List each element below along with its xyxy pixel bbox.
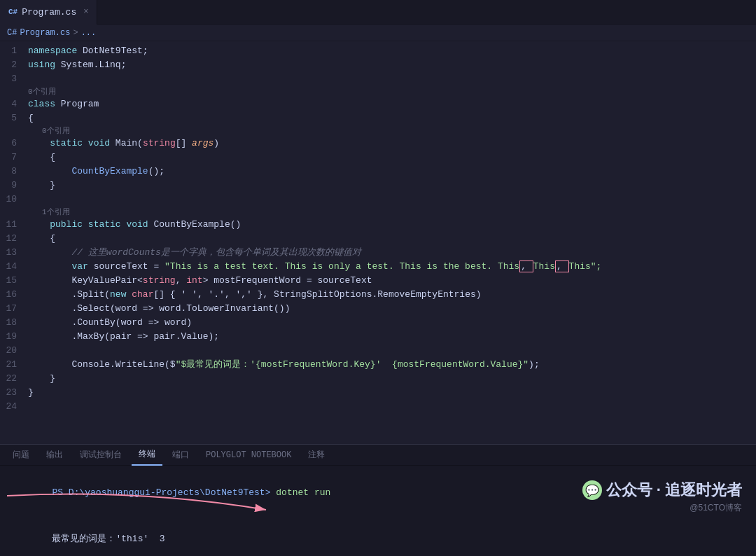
watermark-title: 💬 公众号 · 追逐时光者 (582, 480, 742, 501)
code-line-12: 12 { (0, 232, 756, 246)
tab-filename: Program.cs (22, 7, 76, 18)
code-line-7: 7 { (0, 151, 756, 165)
code-line-8: 8 CountByExample(); (0, 165, 756, 179)
ref-count-main-text: 0个引用 (28, 125, 70, 137)
close-tab-icon[interactable]: × (83, 7, 88, 17)
breadcrumb-lang-icon: C# (7, 28, 17, 38)
panel-tabs: 问题 输出 调试控制台 终端 端口 POLYGLOT NOTEBOOK 注释 (0, 445, 756, 466)
watermark: 💬 公众号 · 追逐时光者 @51CTO博客 (582, 480, 742, 514)
code-line-5: 5 { (0, 111, 756, 125)
watermark-subtitle: @51CTO博客 (690, 502, 742, 514)
code-line-4: 4 class Program (0, 97, 756, 111)
breadcrumb-sep: > (73, 28, 78, 38)
code-line-2: 2 using System.Linq; (0, 58, 756, 72)
watermark-text: 公众号 · 追逐时光者 (606, 480, 742, 501)
tab-output[interactable]: 输出 (39, 445, 70, 466)
code-line-13: 13 // 这里wordCounts是一个字典，包含每个单词及其出现次数的键值对 (0, 246, 756, 260)
tab-comments[interactable]: 注释 (301, 445, 332, 466)
breadcrumb: C# Program.cs > ... (0, 25, 756, 41)
code-line-10: 10 (0, 193, 756, 207)
breadcrumb-rest: ... (81, 28, 97, 38)
code-line-6: 6 static void Main(string[] args) (0, 137, 756, 151)
code-line-15: 15 KeyValuePair<string, int> mostFrequen… (0, 274, 756, 288)
code-line-22: 22 } (0, 372, 756, 386)
code-line-23: 23 } (0, 386, 756, 400)
code-line-1: 1 namespace DotNet9Test; (0, 44, 756, 58)
ref-count-main: 0个引用 (0, 125, 756, 137)
code-line-16: 16 .Split(new char[] { ' ', '.', ',' }, … (0, 288, 756, 302)
tab-ports[interactable]: 端口 (165, 445, 196, 466)
code-line-3: 3 (0, 72, 756, 86)
tab-polyglot[interactable]: POLYGLOT NOTEBOOK (199, 445, 298, 466)
code-line-24: 24 (0, 400, 756, 414)
ref-count-class-text: 0个引用 (28, 86, 56, 97)
tab-debug-console[interactable]: 调试控制台 (73, 445, 129, 466)
tab-terminal[interactable]: 终端 (132, 445, 162, 466)
code-line-20: 20 (0, 344, 756, 358)
csharp-lang-icon: C# (8, 8, 18, 16)
tab-bar: C# Program.cs × (0, 0, 756, 25)
code-editor: 1 namespace DotNet9Test; 2 using System.… (0, 41, 756, 444)
code-line-14: 14 var sourceText = "This is a test text… (0, 260, 756, 274)
ref-count-cbe-text: 1个引用 (28, 207, 70, 218)
program-cs-tab[interactable]: C# Program.cs × (0, 0, 97, 25)
ref-count-cbe: 1个引用 (0, 207, 756, 218)
code-line-9: 9 } (0, 179, 756, 193)
breadcrumb-filename[interactable]: Program.cs (20, 28, 70, 38)
code-line-21: 21 Console.WriteLine($"$最常见的词是：'{mostFre… (0, 358, 756, 372)
code-line-18: 18 .CountBy(word => word) (0, 316, 756, 330)
tab-problems[interactable]: 问题 (6, 445, 36, 466)
code-line-11: 11 public static void CountByExample() (0, 218, 756, 232)
code-line-19: 19 .MaxBy(pair => pair.Value); (0, 330, 756, 344)
wechat-icon: 💬 (582, 480, 602, 500)
ref-count-class: 0个引用 (0, 86, 756, 97)
terminal-line-2: 最常见的词是：'this' 3 (8, 516, 748, 556)
code-line-17: 17 .Select(word => word.ToLowerInvariant… (0, 302, 756, 316)
